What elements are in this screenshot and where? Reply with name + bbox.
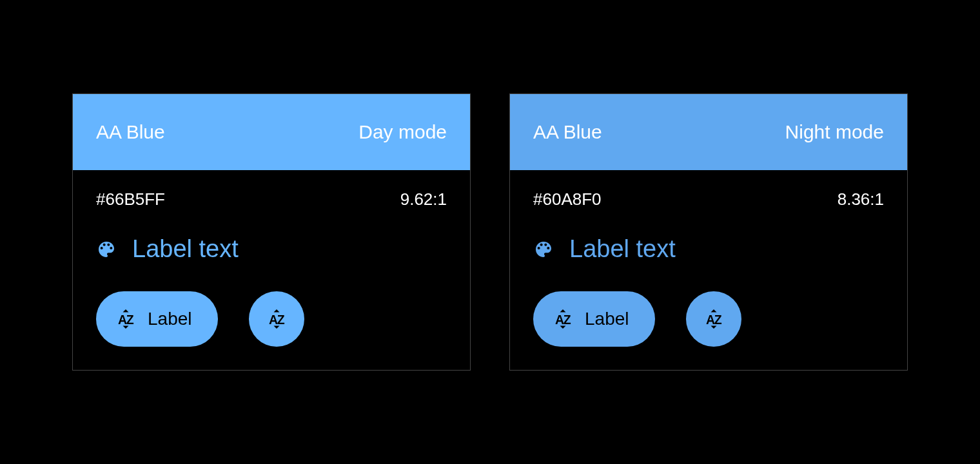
contrast-ratio: 9.62:1 (400, 189, 447, 209)
card-body: #66B5FF 9.62:1 Label text A Z Label (73, 170, 470, 370)
button-row: A Z Label A Z (533, 291, 884, 347)
color-name: AA Blue (533, 121, 602, 143)
sort-az-icon: A Z (114, 307, 137, 331)
sort-az-icon: A Z (551, 307, 574, 331)
button-row: A Z Label A Z (96, 291, 447, 347)
color-name: AA Blue (96, 121, 165, 143)
sort-az-icon: A Z (702, 307, 725, 331)
mode-label: Night mode (785, 121, 884, 143)
button-label: Label (585, 309, 629, 329)
sort-label-button[interactable]: A Z Label (96, 291, 218, 347)
sort-icon-button[interactable]: A Z (249, 291, 304, 347)
svg-text:Z: Z (714, 313, 721, 327)
svg-text:Z: Z (126, 313, 134, 327)
svg-text:Z: Z (564, 313, 571, 327)
palette-icon (533, 239, 554, 260)
card-header: AA Blue Day mode (73, 94, 470, 170)
button-label: Label (148, 309, 192, 329)
color-card-night: AA Blue Night mode #60A8F0 8.36:1 Label … (509, 93, 908, 371)
hex-value: #60A8F0 (533, 189, 602, 209)
sort-icon-button[interactable]: A Z (686, 291, 741, 347)
card-body: #60A8F0 8.36:1 Label text A Z Label (510, 170, 907, 370)
svg-text:Z: Z (277, 313, 284, 327)
sort-label-button[interactable]: A Z Label (533, 291, 655, 347)
mode-label: Day mode (358, 121, 447, 143)
sort-az-icon: A Z (265, 307, 288, 331)
color-card-day: AA Blue Day mode #66B5FF 9.62:1 Label te… (72, 93, 471, 371)
contrast-ratio: 8.36:1 (838, 189, 884, 209)
label-row: Label text (96, 235, 447, 263)
label-text: Label text (132, 235, 239, 263)
info-row: #60A8F0 8.36:1 (533, 189, 884, 209)
label-text: Label text (569, 235, 676, 263)
label-row: Label text (533, 235, 884, 263)
card-header: AA Blue Night mode (510, 94, 907, 170)
info-row: #66B5FF 9.62:1 (96, 189, 447, 209)
hex-value: #66B5FF (96, 189, 165, 209)
palette-icon (96, 239, 117, 260)
